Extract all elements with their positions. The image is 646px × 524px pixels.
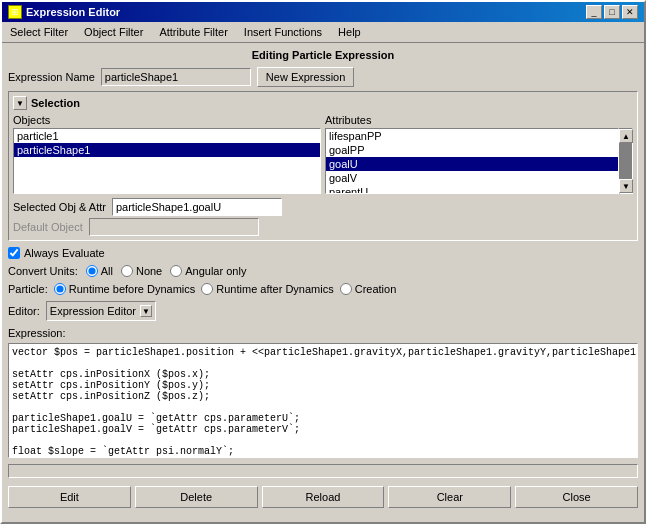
title-buttons: _ □ ✕ xyxy=(586,5,638,19)
selection-title: Selection xyxy=(31,97,80,109)
sel-obj-attr-label: Selected Obj & Attr xyxy=(13,201,106,213)
edit-button[interactable]: Edit xyxy=(8,486,131,508)
radio-none: None xyxy=(121,265,162,277)
radio-runtime-after: Runtime after Dynamics xyxy=(201,283,333,295)
attributes-label: Attributes xyxy=(325,114,633,126)
expression-name-input[interactable] xyxy=(101,68,251,86)
selection-header: ▼ Selection xyxy=(13,96,633,110)
menu-object-filter[interactable]: Object Filter xyxy=(80,24,147,40)
object-item-particleShape1[interactable]: particleShape1 xyxy=(14,143,320,157)
button-row: Edit Delete Reload Clear Close xyxy=(8,486,638,508)
content-area: Editing Particle Expression Expression N… xyxy=(2,43,644,522)
new-expression-button[interactable]: New Expression xyxy=(257,67,354,87)
objects-list[interactable]: particle1 particleShape1 xyxy=(13,128,321,194)
attr-lifespanPP[interactable]: lifespanPP xyxy=(326,129,618,143)
attr-goalV[interactable]: goalV xyxy=(326,171,618,185)
scroll-track xyxy=(620,143,632,179)
radio-angular: Angular only xyxy=(170,265,246,277)
close-button[interactable]: ✕ xyxy=(622,5,638,19)
selected-obj-attr-row: Selected Obj & Attr xyxy=(13,198,633,216)
radio-creation-input[interactable] xyxy=(340,283,352,295)
radio-creation-label: Creation xyxy=(355,283,397,295)
expression-editor-window: ⊞ Expression Editor _ □ ✕ Select Filter … xyxy=(0,0,646,524)
attributes-section: Attributes lifespanPP goalPP goalU goalV… xyxy=(325,114,633,194)
radio-all-label: All xyxy=(101,265,113,277)
radio-none-input[interactable] xyxy=(121,265,133,277)
editing-label: Editing Particle Expression xyxy=(8,47,638,63)
radio-creation: Creation xyxy=(340,283,397,295)
radio-none-label: None xyxy=(136,265,162,277)
editor-dropdown-arrow[interactable]: ▼ xyxy=(140,305,152,317)
close-button-bottom[interactable]: Close xyxy=(515,486,638,508)
objects-section: Objects particle1 particleShape1 xyxy=(13,114,321,194)
expression-name-label: Expression Name xyxy=(8,71,95,83)
radio-runtime-after-label: Runtime after Dynamics xyxy=(216,283,333,295)
object-item-particle1[interactable]: particle1 xyxy=(14,129,320,143)
particle-label: Particle: xyxy=(8,283,48,295)
default-obj-row: Default Object xyxy=(13,218,633,236)
radio-runtime-before: Runtime before Dynamics xyxy=(54,283,196,295)
convert-units-row: Convert Units: All None Angular only xyxy=(8,265,638,277)
scroll-down-button[interactable]: ▼ xyxy=(619,179,633,193)
particle-row: Particle: Runtime before Dynamics Runtim… xyxy=(8,283,638,295)
window-title: Expression Editor xyxy=(26,6,120,18)
default-obj-label: Default Object xyxy=(13,221,83,233)
clear-button[interactable]: Clear xyxy=(388,486,511,508)
reload-button[interactable]: Reload xyxy=(262,486,385,508)
always-evaluate-checkbox[interactable] xyxy=(8,247,20,259)
radio-all-input[interactable] xyxy=(86,265,98,277)
selection-panel: ▼ Selection Objects particle1 particleSh… xyxy=(8,91,638,241)
scroll-up-button[interactable]: ▲ xyxy=(619,129,633,143)
editor-value: Expression Editor xyxy=(50,305,136,317)
radio-all: All xyxy=(86,265,113,277)
radio-angular-input[interactable] xyxy=(170,265,182,277)
always-evaluate-row: Always Evaluate xyxy=(8,247,638,259)
menu-select-filter[interactable]: Select Filter xyxy=(6,24,72,40)
window-icon: ⊞ xyxy=(8,5,22,19)
expression-area[interactable]: vector $pos = particleShape1.position + … xyxy=(8,343,638,458)
maximize-button[interactable]: □ xyxy=(604,5,620,19)
minimize-button[interactable]: _ xyxy=(586,5,602,19)
always-evaluate-label: Always Evaluate xyxy=(24,247,105,259)
default-obj-input[interactable] xyxy=(89,218,259,236)
attr-goalPP[interactable]: goalPP xyxy=(326,143,618,157)
menu-insert-functions[interactable]: Insert Functions xyxy=(240,24,326,40)
title-bar-left: ⊞ Expression Editor xyxy=(8,5,120,19)
editor-row: Editor: Expression Editor ▼ xyxy=(8,301,638,321)
radio-runtime-before-label: Runtime before Dynamics xyxy=(69,283,196,295)
editor-label: Editor: xyxy=(8,305,40,317)
radio-runtime-before-input[interactable] xyxy=(54,283,66,295)
expression-label: Expression: xyxy=(8,327,638,339)
attributes-scrollbar[interactable]: ▲ ▼ xyxy=(619,128,633,194)
selection-dropdown-arrow[interactable]: ▼ xyxy=(13,96,27,110)
menu-bar: Select Filter Object Filter Attribute Fi… xyxy=(2,22,644,43)
attributes-list[interactable]: lifespanPP goalPP goalU goalV parentU pa… xyxy=(325,128,619,194)
attr-goalU[interactable]: goalU xyxy=(326,157,618,171)
radio-angular-label: Angular only xyxy=(185,265,246,277)
editor-dropdown[interactable]: Expression Editor ▼ xyxy=(46,301,156,321)
objects-label: Objects xyxy=(13,114,321,126)
sel-obj-attr-input[interactable] xyxy=(112,198,282,216)
menu-help[interactable]: Help xyxy=(334,24,365,40)
radio-runtime-after-input[interactable] xyxy=(201,283,213,295)
menu-attribute-filter[interactable]: Attribute Filter xyxy=(155,24,231,40)
expression-name-row: Expression Name New Expression xyxy=(8,67,638,87)
convert-units-label: Convert Units: xyxy=(8,265,78,277)
output-area xyxy=(8,464,638,478)
title-bar: ⊞ Expression Editor _ □ ✕ xyxy=(2,2,644,22)
attr-parentU[interactable]: parentU xyxy=(326,185,618,194)
delete-button[interactable]: Delete xyxy=(135,486,258,508)
